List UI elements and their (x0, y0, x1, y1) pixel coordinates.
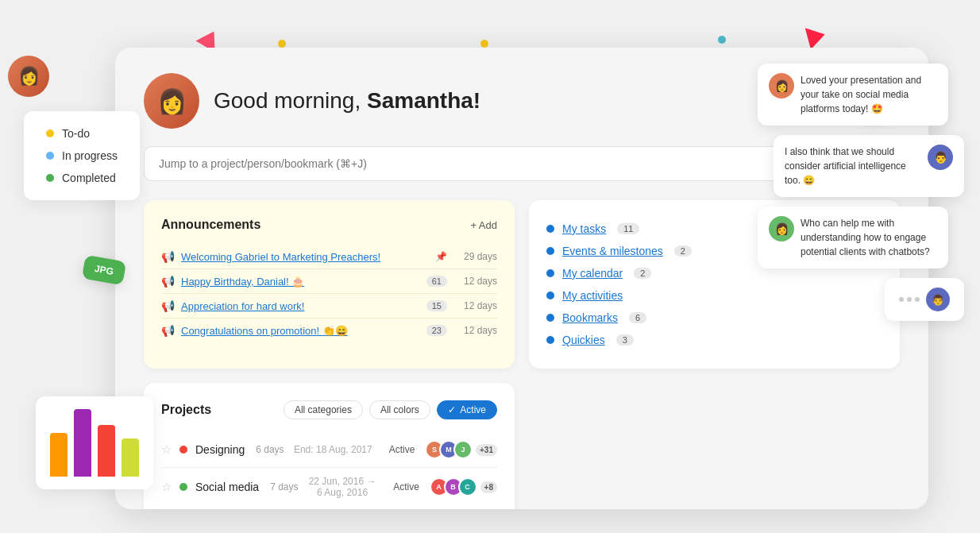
ann-link-1[interactable]: Welcoming Gabriel to Marketing Preachers… (181, 251, 429, 263)
project-dot-1 (179, 446, 187, 454)
chat-avatar-3: 👩 (769, 216, 794, 241)
ann-days-1: 29 days (453, 251, 497, 262)
legend-item-completed: Completed (46, 172, 118, 184)
megaphone-icon-1: 📢 (161, 250, 175, 263)
ann-badge-4: 23 (426, 325, 447, 336)
chart-bar-2 (74, 409, 91, 477)
chat-text-1: Loved your presentation and your take on… (801, 73, 937, 116)
ql-link-mytasks[interactable]: My tasks (562, 222, 606, 235)
ql-count-calendar: 2 (634, 268, 651, 279)
announcement-item-1: 📢 Welcoming Gabriel to Marketing Preache… (161, 245, 497, 269)
chat-message-2: I also think that we should consider art… (774, 135, 964, 197)
chart-bar-3 (98, 425, 115, 477)
chat-panel: 👩 Loved your presentation and your take … (758, 64, 964, 321)
avatar-count-1: +31 (476, 444, 497, 456)
filter-all-categories[interactable]: All categories (284, 400, 363, 419)
star-icon-2[interactable]: ☆ (161, 480, 172, 494)
greeting-text: Good morning, Samantha! (214, 88, 480, 114)
add-announcement-button[interactable]: + Add (470, 219, 497, 231)
ql-link-quickies[interactable]: Quickies (562, 334, 605, 346)
mini-avatar-1c: J (453, 440, 473, 459)
chat-text-3: Who can help me with understanding how t… (801, 216, 937, 259)
ql-dot-6 (546, 336, 554, 344)
project-name-1[interactable]: Designing (195, 443, 245, 456)
megaphone-icon-4: 📢 (161, 324, 175, 337)
chart-bar-4 (122, 438, 139, 477)
announcements-title: Announcements (161, 218, 260, 232)
announcement-item-2: 📢 Happy Birthday, Danial! 🎂 61 12 days (161, 269, 497, 294)
legend-label-todo: To-do (62, 127, 90, 140)
deco-dot-teal (718, 36, 726, 44)
announcement-item-4: 📢 Congratulations on promotion! 👏😄 23 12… (161, 319, 497, 342)
filter-all-colors[interactable]: All colors (369, 400, 430, 419)
star-icon-1[interactable]: ☆ (161, 442, 172, 457)
ann-days-4: 12 days (453, 325, 497, 336)
typing-dot-2 (907, 297, 912, 302)
ql-dot-1 (546, 225, 554, 233)
legend-item-inprogress: In progress (46, 149, 118, 162)
ann-link-3[interactable]: Appreciation for hard work! (181, 300, 420, 312)
project-row-designing: ☆ Designing 6 days End: 18 Aug, 2017 Act… (161, 432, 497, 468)
jpg-label: JPG (94, 263, 114, 277)
filter-active[interactable]: ✓ Active (437, 400, 497, 419)
ann-days-3: 12 days (453, 300, 497, 311)
project-dot-2 (179, 483, 187, 491)
deco-triangle-red-right (805, 24, 828, 50)
project-name-2[interactable]: Social media (195, 481, 259, 493)
ann-link-2[interactable]: Happy Birthday, Danial! 🎂 (181, 276, 420, 288)
project-filters: All categories All colors ✓ Active (284, 400, 497, 419)
legend-dot-inprogress (46, 152, 54, 160)
announcement-item-3: 📢 Appreciation for hard work! 15 12 days (161, 294, 497, 319)
mini-avatar-2c: C (458, 477, 477, 496)
project-date-2: 22 Jun, 2016 → 6 Aug, 2016 (307, 476, 379, 498)
check-icon: ✓ (448, 404, 456, 415)
avatar-topleft: 👩 (8, 56, 49, 97)
typing-dot-3 (915, 297, 920, 302)
projects-header: Projects All categories All colors ✓ Act… (161, 400, 497, 419)
ql-link-events[interactable]: Events & milestones (562, 245, 663, 257)
chat-message-1: 👩 Loved your presentation and your take … (758, 64, 948, 126)
ql-count-events: 2 (674, 245, 692, 257)
legend-card: To-do In progress Completed (24, 111, 140, 200)
project-date-1: End: 18 Aug, 2017 (292, 444, 374, 455)
ql-link-activities[interactable]: My activities (562, 289, 623, 302)
announcements-card: Announcements + Add 📢 Welcoming Gabriel … (144, 200, 515, 369)
typing-avatar: 👨 (926, 288, 950, 311)
legend-dot-todo (46, 129, 54, 137)
typing-dots (899, 297, 920, 302)
project-status-1: Active (382, 444, 422, 455)
project-avatars-1: S M J +31 (430, 440, 497, 459)
ql-count-mytasks: 11 (617, 223, 639, 234)
project-days-2: 7 days (270, 481, 298, 492)
project-avatars-2: A B C +8 (434, 477, 497, 496)
ql-dot-3 (546, 269, 554, 277)
ql-link-calendar[interactable]: My calendar (562, 267, 623, 280)
ql-link-bookmarks[interactable]: Bookmarks (562, 311, 618, 324)
projects-card: Projects All categories All colors ✓ Act… (144, 383, 515, 509)
legend-label-completed: Completed (62, 172, 116, 184)
ann-link-4[interactable]: Congratulations on promotion! 👏😄 (181, 325, 420, 337)
legend-item-todo: To-do (46, 127, 118, 140)
chart-card (36, 396, 153, 489)
chat-avatar-2: 👨 (928, 145, 953, 170)
ql-dot-2 (546, 247, 554, 255)
megaphone-icon-3: 📢 (161, 299, 175, 312)
chat-message-3: 👩 Who can help me with understanding how… (758, 207, 948, 268)
ql-count-bookmarks: 6 (629, 312, 646, 323)
chart-bar-1 (50, 433, 68, 477)
ql-item-quickies: Quickies 3 (546, 329, 882, 351)
greeting-name: Samantha! (367, 88, 480, 113)
ql-dot-5 (546, 314, 554, 322)
legend-dot-completed (46, 174, 54, 182)
ann-badge-2: 61 (426, 276, 447, 287)
project-row-socialmedia: ☆ Social media 7 days 22 Jun, 2016 → 6 A… (161, 468, 497, 506)
project-days-1: 6 days (256, 444, 284, 455)
avatar-count-2: +8 (480, 481, 497, 493)
ql-count-quickies: 3 (616, 334, 634, 346)
ql-dot-4 (546, 292, 554, 299)
typing-indicator: 👨 (885, 278, 964, 321)
megaphone-icon-2: 📢 (161, 275, 175, 288)
deco-dot-yellow2 (480, 40, 488, 48)
projects-title: Projects (161, 403, 211, 417)
typing-dot-1 (899, 297, 904, 302)
